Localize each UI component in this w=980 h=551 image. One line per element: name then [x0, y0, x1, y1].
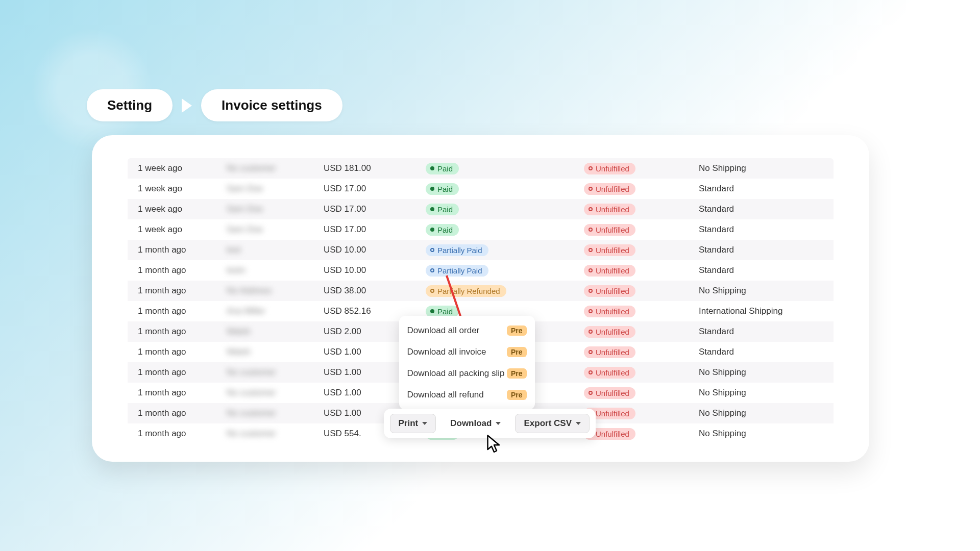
status-badge: Unfulfilled	[584, 204, 635, 215]
cell-shipping: Standard	[697, 321, 834, 342]
status-ring-icon	[430, 289, 434, 293]
cell-time: 1 week ago	[128, 199, 225, 219]
breadcrumb: Setting Invoice settings	[87, 89, 342, 121]
table-row[interactable]: 1 month agoNo AddressUSD 38.00Partially …	[128, 281, 834, 301]
chevron-down-icon	[422, 422, 427, 425]
breadcrumb-step-invoice-settings[interactable]: Invoice settings	[201, 89, 342, 121]
table-row[interactable]: 1 week agoSam DoeUSD 17.00PaidUnfulfille…	[128, 219, 834, 240]
status-badge: Paid	[426, 204, 459, 215]
cell-payment: Paid	[424, 179, 582, 199]
status-label: Unfulfilled	[596, 409, 629, 418]
cell-amount: USD 181.00	[322, 158, 424, 179]
status-label: Paid	[437, 307, 453, 316]
cell-customer: Walsh	[225, 321, 322, 342]
table-row[interactable]: 1 week agoNo customerUSD 181.00PaidUnful…	[128, 158, 834, 179]
dd-label: Download all invoice	[407, 347, 486, 357]
status-label: Unfulfilled	[596, 328, 629, 336]
status-ring-icon	[430, 248, 434, 252]
print-button[interactable]: Print	[390, 414, 436, 433]
download-all-packing-slip-item[interactable]: Download all packing slip Pre	[399, 363, 535, 384]
cell-time: 1 month ago	[128, 260, 225, 281]
cell-payment: Partially Paid	[424, 240, 582, 260]
status-label: Unfulfilled	[596, 307, 629, 316]
cell-fulfillment: Unfulfilled	[582, 383, 697, 403]
cell-fulfillment: Unfulfilled	[582, 342, 697, 362]
export-csv-button[interactable]: Export CSV	[515, 414, 590, 433]
chevron-down-icon	[496, 422, 501, 425]
status-badge: Unfulfilled	[584, 265, 635, 277]
cell-amount: USD 10.00	[322, 260, 424, 281]
status-label: Unfulfilled	[596, 185, 629, 193]
download-all-invoice-item[interactable]: Download all invoice Pre	[399, 341, 535, 363]
cell-payment: Paid	[424, 199, 582, 219]
download-button[interactable]: Download	[442, 414, 509, 433]
dd-label: Download all packing slip	[407, 368, 505, 379]
status-ring-icon	[589, 166, 593, 170]
status-badge: Partially Paid	[426, 265, 488, 277]
status-label: Unfulfilled	[596, 368, 629, 377]
table-row[interactable]: 1 week agoSam DoeUSD 17.00PaidUnfulfille…	[128, 199, 834, 219]
cell-time: 1 week ago	[128, 158, 225, 179]
status-badge: Partially Refunded	[426, 285, 506, 297]
cell-shipping: Standard	[697, 179, 834, 199]
status-label: Unfulfilled	[596, 389, 629, 397]
cell-fulfillment: Unfulfilled	[582, 362, 697, 383]
pre-badge: Pre	[507, 347, 527, 357]
breadcrumb-separator-icon	[182, 98, 192, 113]
cell-amount: USD 17.00	[322, 199, 424, 219]
pre-badge: Pre	[507, 368, 527, 379]
status-ring-icon	[589, 268, 593, 272]
status-badge: Unfulfilled	[584, 306, 635, 317]
cell-fulfillment: Unfulfilled	[582, 240, 697, 260]
cell-shipping: No Shipping	[697, 383, 834, 403]
status-dot-icon	[430, 228, 434, 232]
cell-payment: Partially Paid	[424, 260, 582, 281]
status-label: Unfulfilled	[596, 430, 629, 438]
cell-time: 1 month ago	[128, 342, 225, 362]
status-badge: Paid	[426, 183, 459, 195]
table-row[interactable]: 1 month agotestUSD 10.00Partially PaidUn…	[128, 240, 834, 260]
status-badge: Unfulfilled	[584, 346, 635, 358]
cell-shipping: Standard	[697, 240, 834, 260]
export-label: Export CSV	[524, 418, 572, 429]
cell-amount: USD 17.00	[322, 179, 424, 199]
status-badge: Unfulfilled	[584, 244, 635, 256]
cell-time: 1 month ago	[128, 301, 225, 321]
status-label: Partially Paid	[437, 246, 482, 255]
breadcrumb-step-setting[interactable]: Setting	[87, 89, 173, 121]
table-row[interactable]: 1 month agotestnUSD 10.00Partially PaidU…	[128, 260, 834, 281]
download-all-order-item[interactable]: Download all order Pre	[399, 320, 535, 341]
cell-shipping: Standard	[697, 342, 834, 362]
cell-customer: Sam Doe	[225, 199, 322, 219]
status-ring-icon	[589, 207, 593, 211]
cell-customer: No customer	[225, 403, 322, 423]
status-badge: Unfulfilled	[584, 224, 635, 236]
cell-customer: No customer	[225, 158, 322, 179]
cell-customer: Sam Doe	[225, 179, 322, 199]
print-label: Print	[399, 418, 419, 429]
status-label: Paid	[437, 205, 453, 214]
bulk-actions-toolbar: Print Download Export CSV	[384, 409, 596, 438]
cell-payment: Paid	[424, 158, 582, 179]
cell-fulfillment: Unfulfilled	[582, 423, 697, 444]
cell-time: 1 month ago	[128, 321, 225, 342]
cell-shipping: Standard	[697, 219, 834, 240]
cell-shipping: Standard	[697, 199, 834, 219]
status-label: Unfulfilled	[596, 226, 629, 234]
status-label: Unfulfilled	[596, 164, 629, 173]
dd-label: Download all order	[407, 325, 480, 336]
table-row[interactable]: 1 week agoSam DoeUSD 17.00PaidUnfulfille…	[128, 179, 834, 199]
status-badge: Unfulfilled	[584, 285, 635, 297]
download-label: Download	[450, 418, 492, 429]
cell-fulfillment: Unfulfilled	[582, 179, 697, 199]
status-badge: Unfulfilled	[584, 163, 635, 174]
status-badge: Unfulfilled	[584, 183, 635, 195]
cell-fulfillment: Unfulfilled	[582, 301, 697, 321]
download-all-refund-item[interactable]: Download all refund Pre	[399, 384, 535, 406]
cell-customer: Ana Miller	[225, 301, 322, 321]
cell-amount: USD 10.00	[322, 240, 424, 260]
cell-amount: USD 17.00	[322, 219, 424, 240]
orders-card: 1 week agoNo customerUSD 181.00PaidUnful…	[92, 135, 869, 462]
cell-amount: USD 38.00	[322, 281, 424, 301]
cell-shipping: No Shipping	[697, 281, 834, 301]
